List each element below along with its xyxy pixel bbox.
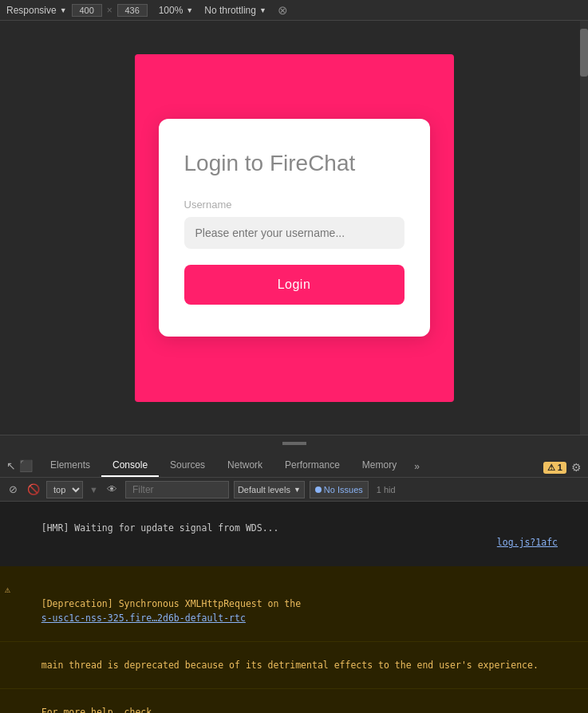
deprecation-link[interactable]: s-usc1c-nss-325.fire…2d6b-default-rtc <box>41 613 246 624</box>
levels-dropdown-icon: ▼ <box>294 486 301 494</box>
viewport-scrollbar[interactable] <box>580 21 588 435</box>
throttle-control[interactable]: No throttling ▼ <box>204 5 266 16</box>
filter-input[interactable] <box>125 481 229 498</box>
login-button[interactable]: Login <box>184 265 404 305</box>
console-output: [HMR] Waiting for update signal from WDS… <box>0 502 588 713</box>
throttle-dropdown-icon: ▼ <box>259 6 266 14</box>
cursor-icon[interactable]: ↖ <box>6 459 16 472</box>
zoom-dropdown-icon: ▼ <box>186 6 193 14</box>
console-line-deprecation-3: For more help, check https://xhr.spec.wh… <box>0 689 588 713</box>
login-card: Login to FireChat Username Login <box>159 119 430 337</box>
devtools-tabs: ↖ ⬛ Elements Console Sources Network Per… <box>0 451 588 478</box>
zoom-control[interactable]: 100% ▼ <box>159 5 194 16</box>
device-icon[interactable]: ⬛ <box>19 459 33 472</box>
console-line-hmr: [HMR] Waiting for update signal from WDS… <box>0 505 588 566</box>
clear-icon[interactable]: 🚫 <box>26 483 41 495</box>
responsive-dropdown-icon: ▼ <box>60 6 67 14</box>
viewport-area: Login to FireChat Username Login <box>0 21 588 435</box>
hide-count: 1 hid <box>377 485 396 494</box>
warning-badge[interactable]: ⚠ 1 <box>543 462 566 474</box>
resize-dots <box>282 442 306 445</box>
block-icon[interactable]: ⊘ <box>5 483 21 495</box>
console-line-deprecation-2: main thread is deprecated because of its… <box>0 642 588 689</box>
no-issues-badge[interactable]: No Issues <box>310 481 369 498</box>
dot-icon <box>315 486 322 493</box>
tab-network[interactable]: Network <box>216 455 274 477</box>
eye-icon[interactable]: 👁 <box>105 483 120 495</box>
tab-elements[interactable]: Elements <box>39 455 101 477</box>
tab-performance[interactable]: Performance <box>274 455 351 477</box>
resize-handle-bar[interactable] <box>0 435 588 451</box>
scrollbar-thumb[interactable] <box>580 29 588 77</box>
hmr-link[interactable]: log.js?1afc <box>497 535 558 550</box>
username-input[interactable] <box>184 217 404 249</box>
settings-circle-icon[interactable]: ⊗ <box>278 3 288 18</box>
tab-memory[interactable]: Memory <box>351 455 408 477</box>
height-input[interactable] <box>117 4 148 17</box>
default-levels-control[interactable]: Default levels ▼ <box>234 481 305 498</box>
arrow-icon: ▼ <box>89 485 98 494</box>
tab-sources[interactable]: Sources <box>159 455 216 477</box>
context-selector[interactable]: top <box>46 481 83 498</box>
width-input[interactable] <box>72 4 102 17</box>
login-title: Login to FireChat <box>184 151 404 176</box>
warning-triangle-icon: ⚠ <box>5 582 10 597</box>
console-line-deprecation-1: ⚠ [Deprecation] Synchronous XMLHttpReque… <box>0 566 588 642</box>
console-toolbar: ⊘ 🚫 top ▼ 👁 Default levels ▼ No Issues 1… <box>0 478 588 502</box>
responsive-label[interactable]: Responsive ▼ <box>6 5 67 16</box>
username-label: Username <box>184 199 404 211</box>
tab-console[interactable]: Console <box>101 455 159 477</box>
gear-icon[interactable]: ⚙ <box>571 461 582 474</box>
tab-more[interactable]: » <box>408 456 426 477</box>
devtools-topbar: Responsive ▼ × 100% ▼ No throttling ▼ ⊗ <box>0 0 588 21</box>
mobile-frame: Login to FireChat Username Login <box>135 54 454 402</box>
